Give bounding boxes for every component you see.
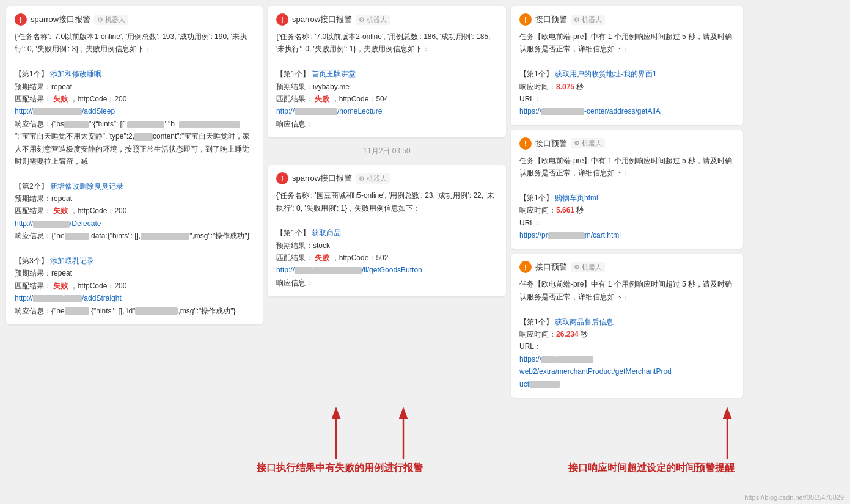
right-card-1-robot: ⚙ 机器人 bbox=[571, 15, 605, 25]
main-container: ! sparrow接口报警 ⚙ 机器人 {'任务名称': '7.0以前版本1-o… bbox=[0, 0, 850, 398]
r2-url-label: URL： bbox=[519, 217, 735, 229]
item2-url-link[interactable]: http:// /Defecate bbox=[15, 219, 101, 228]
robot-icon-2: ⚙ bbox=[359, 16, 365, 23]
left-card-1: ! sparrow接口报警 ⚙ 机器人 {'任务名称': '7.0以前版本1-o… bbox=[6, 6, 263, 324]
mid2-item1-index: 【第1个】 获取商品 bbox=[276, 227, 497, 239]
mid-item1-expected: 预期结果：ivybaby.me bbox=[276, 81, 497, 93]
arrow-1-svg bbox=[299, 407, 373, 462]
item1-index: 【第1个】 添加和修改睡眠 bbox=[15, 68, 254, 80]
right-card-3: ! 接口预警 ⚙ 机器人 任务【欧电前端-pre】中有 1 个用例响应时间超过 … bbox=[511, 254, 743, 398]
right-card-3-header: ! 接口预警 ⚙ 机器人 bbox=[519, 261, 735, 273]
item3-index: 【第3个】 添加喂乳记录 bbox=[15, 255, 254, 267]
right-card-1: ! 接口预警 ⚙ 机器人 任务【欧电前端-pre】中有 1 个用例响应时间超过 … bbox=[511, 6, 743, 125]
r3-item-title[interactable]: 获取商品售后信息 bbox=[555, 318, 614, 326]
alert-icon-red-2: ! bbox=[276, 13, 288, 26]
middle-card-1-robot: ⚙ 机器人 bbox=[356, 15, 390, 25]
right-card-2-header: ! 接口预警 ⚙ 机器人 bbox=[519, 137, 735, 150]
mid2-item1-url: http:// /ll/getGoodsButton bbox=[276, 264, 497, 276]
r1-item-title[interactable]: 获取用户的收货地址-我的界面1 bbox=[555, 70, 657, 78]
alert-icon-red: ! bbox=[15, 13, 27, 26]
left-panel: ! sparrow接口报警 ⚙ 机器人 {'任务名称': '7.0以前版本1-o… bbox=[6, 6, 263, 324]
r2-item-index: 【第1个】 购物车页html bbox=[519, 192, 735, 204]
right-card-3-source: 接口预警 bbox=[535, 261, 567, 272]
mid-item1-match: 匹配结果： 失败 ，httpCode：504 bbox=[276, 93, 497, 105]
item2-index: 【第2个】 新增修改删除臭臭记录 bbox=[15, 180, 254, 192]
item3-url-link[interactable]: http:// /addStraight bbox=[15, 294, 122, 302]
robot-icon-6: ⚙ bbox=[574, 263, 580, 271]
r3-body: 任务【欧电前端-pre】中有 1 个用例响应时间超过 5 秒，请及时确认服务是否… bbox=[519, 278, 735, 303]
middle-card-1: ! sparrow接口报警 ⚙ 机器人 {'任务名称': '7.0以前版本2-o… bbox=[268, 6, 506, 137]
right-card-1-header: ! 接口预警 ⚙ 机器人 bbox=[519, 13, 735, 26]
item2-response: 响应信息：{"he ,data:{"hints": [], ",msg":"操作… bbox=[15, 230, 254, 242]
arrow-3-svg bbox=[691, 407, 764, 462]
mid2-item1-url-link[interactable]: http:// /ll/getGoodsButton bbox=[276, 266, 422, 274]
item1-url-link[interactable]: http:// /addSleep bbox=[15, 107, 115, 115]
annotation-label-1: 接口执行结果中有失败的用例进行报警 bbox=[257, 462, 423, 475]
annotations-area: 接口执行结果中有失败的用例进行报警 接口响应时间超过设定的时间预警提醒 bbox=[0, 407, 850, 492]
r1-item-index: 【第1个】 获取用户的收货地址-我的界面1 bbox=[519, 68, 735, 80]
right-card-3-robot: ⚙ 机器人 bbox=[571, 262, 605, 272]
middle-card-2-source: sparrow接口报警 bbox=[292, 173, 352, 184]
item2-expected: 预期结果：repeat bbox=[15, 192, 254, 205]
r1-url-label: URL： bbox=[519, 93, 735, 105]
alert-icon-red-3: ! bbox=[276, 172, 288, 184]
right-card-1-body: 任务【欧电前端-pre】中有 1 个用例响应时间超过 5 秒，请及时确认服务是否… bbox=[519, 31, 735, 118]
item1-title[interactable]: 添加和修改睡眠 bbox=[50, 70, 101, 78]
right-card-2-source: 接口预警 bbox=[535, 138, 567, 149]
middle-card-2-robot: ⚙ 机器人 bbox=[356, 173, 390, 184]
mid2-item1-title[interactable]: 获取商品 bbox=[312, 228, 341, 237]
alert-icon-orange-1: ! bbox=[519, 13, 532, 26]
left-card-1-robot: ⚙ 机器人 bbox=[94, 15, 128, 25]
item3-title[interactable]: 添加喂乳记录 bbox=[50, 257, 94, 265]
r3-item-index: 【第1个】 获取商品售后信息 bbox=[519, 316, 735, 328]
r2-url-link[interactable]: https://pr m/cart.html bbox=[519, 231, 621, 239]
item2-title[interactable]: 新增修改删除臭臭记录 bbox=[50, 182, 123, 191]
mid2-item1-match: 匹配结果： 失败 ，httpCode：502 bbox=[276, 252, 497, 264]
left-card-1-body: {'任务名称': '7.0以前版本1-online', '用例总数': 193,… bbox=[15, 31, 254, 317]
mid-item1-response: 响应信息： bbox=[276, 118, 497, 130]
item1-url: http:// /addSleep bbox=[15, 105, 254, 117]
mid2-item1-expected: 预期结果：stock bbox=[276, 239, 497, 252]
r2-item-title[interactable]: 购物车页html bbox=[555, 194, 598, 202]
middle-card-1-body: {'任务名称': '7.0以前版本2-online', '用例总数': 186,… bbox=[276, 31, 497, 130]
arrow-2-svg bbox=[367, 407, 440, 462]
robot-icon-4: ⚙ bbox=[574, 16, 580, 23]
r1-body: 任务【欧电前端-pre】中有 1 个用例响应时间超过 5 秒，请及时确认服务是否… bbox=[519, 31, 735, 56]
mid-body-intro: {'任务名称': '7.0以前版本2-online', '用例总数': 186,… bbox=[276, 31, 497, 56]
middle-panel: ! sparrow接口报警 ⚙ 机器人 {'任务名称': '7.0以前版本2-o… bbox=[268, 6, 506, 296]
mid2-item1-response: 响应信息： bbox=[276, 277, 497, 289]
mid-item1-title[interactable]: 首页王牌讲堂 bbox=[312, 70, 356, 78]
left-card-1-header: ! sparrow接口报警 ⚙ 机器人 bbox=[15, 13, 254, 26]
item3-expected: 预期结果：repeat bbox=[15, 267, 254, 279]
body-intro: {'任务名称': '7.0以前版本1-online', '用例总数': 193,… bbox=[15, 31, 254, 56]
middle-card-2-header: ! sparrow接口报警 ⚙ 机器人 bbox=[276, 172, 497, 184]
r3-url: https:// web2/extra/merchantProduct/getM… bbox=[519, 353, 735, 390]
middle-card-1-source: sparrow接口报警 bbox=[292, 14, 352, 25]
r3-response-time: 响应时间：26.234 秒 bbox=[519, 328, 735, 340]
right-card-3-body: 任务【欧电前端-pre】中有 1 个用例响应时间超过 5 秒，请及时确认服务是否… bbox=[519, 278, 735, 390]
r3-url-label: URL： bbox=[519, 340, 735, 352]
item1-match: 匹配结果： 失败 ，httpCode：200 bbox=[15, 93, 254, 105]
r2-response-time: 响应时间：5.661 秒 bbox=[519, 204, 735, 216]
robot-icon-5: ⚙ bbox=[574, 139, 580, 147]
item3-match: 匹配结果： 失败 ，httpCode：200 bbox=[15, 280, 254, 292]
item1-response: 响应信息：{"bs ":{“hints”: [[" ","b_ ":"宝宝自天睡… bbox=[15, 118, 254, 168]
alert-icon-orange-2: ! bbox=[519, 137, 532, 150]
mid2-body-intro: {'任务名称': '园豆商城和h5-online', '用例总数': 23, '… bbox=[276, 189, 497, 214]
middle-card-2-body: {'任务名称': '园豆商城和h5-online', '用例总数': 23, '… bbox=[276, 189, 497, 289]
item3-url: http:// /addStraight bbox=[15, 292, 254, 304]
timestamp: 11月2日 03:50 bbox=[268, 142, 506, 160]
mid-item1-url-link[interactable]: http:// /homeLecture bbox=[276, 107, 382, 115]
r3-url-link[interactable]: https:// web2/extra/merchantProduct/getM… bbox=[519, 355, 672, 389]
left-card-1-source: sparrow接口报警 bbox=[31, 14, 90, 25]
right-card-2-body: 任务【欧电前端-pre】中有 1 个用例响应时间超过 5 秒，请及时确认服务是否… bbox=[519, 155, 735, 242]
alert-icon-orange-3: ! bbox=[519, 261, 532, 273]
mid-item1-index: 【第1个】 首页王牌讲堂 bbox=[276, 68, 497, 80]
right-card-2-robot: ⚙ 机器人 bbox=[571, 138, 605, 148]
robot-icon: ⚙ bbox=[97, 16, 103, 23]
annotation-label-2: 接口响应时间超过设定的时间预警提醒 bbox=[568, 462, 735, 475]
r1-response-time: 响应时间：8.075 秒 bbox=[519, 81, 735, 93]
mid-item1-url: http:// /homeLecture bbox=[276, 105, 497, 117]
r1-url-link[interactable]: https:// -center/address/getAllA bbox=[519, 107, 661, 115]
item2-match: 匹配结果： 失败 ，httpCode：200 bbox=[15, 205, 254, 217]
